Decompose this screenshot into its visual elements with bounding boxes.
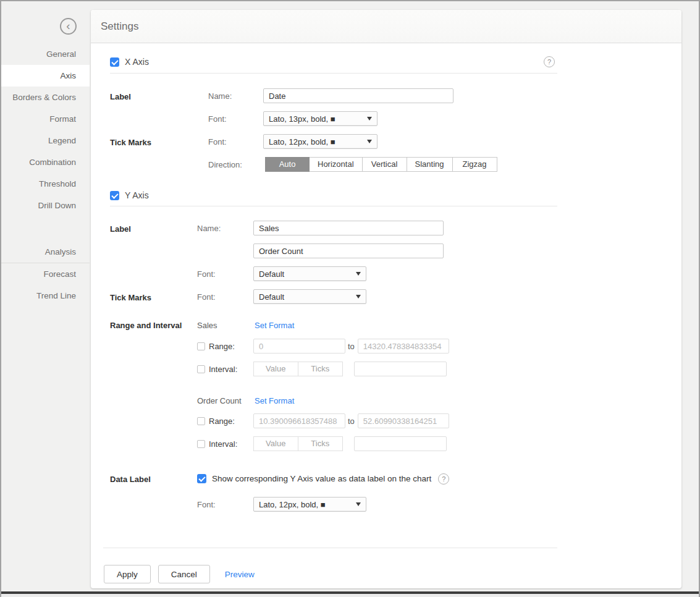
range-row-order-count: Range: to — [110, 413, 557, 428]
back-button[interactable]: ‹ — [60, 18, 77, 35]
sidebar-spacer — [1, 216, 90, 241]
chevron-left-icon: ‹ — [66, 20, 70, 32]
chevron-down-icon — [356, 295, 361, 298]
x-font-field-label: Font: — [208, 114, 263, 124]
range-to-input-order-count[interactable] — [358, 413, 449, 428]
y-axis-name-input-order-count[interactable] — [253, 243, 444, 258]
y-axis-divider — [110, 206, 557, 206]
chevron-down-icon — [356, 272, 361, 276]
settings-content: X Axis ? Label Name: Font: Lato, 13px, b… — [110, 56, 557, 583]
set-format-link-sales[interactable]: Set Format — [255, 321, 294, 330]
direction-option-auto[interactable]: Auto — [265, 157, 310, 172]
x-tick-font-row: Tick Marks Font: Lato, 12px, bold, ■ — [110, 134, 557, 149]
chevron-down-icon — [356, 502, 361, 506]
y-name-field-label: Name: — [197, 224, 253, 233]
preview-link[interactable]: Preview — [225, 570, 255, 579]
x-axis-checkbox[interactable] — [110, 57, 119, 67]
sidebar-item-axis[interactable]: Axis — [1, 65, 90, 87]
x-tick-font-dropdown[interactable]: Lato, 12px, bold, ■ — [263, 134, 377, 149]
interval-mode-value-order-count[interactable]: Value — [253, 436, 298, 451]
y-axis-section-head: Y Axis — [110, 190, 557, 200]
settings-panel: Settings X Axis ? Label Name: — [91, 10, 681, 588]
interval-checkbox-order-count[interactable] — [197, 440, 205, 448]
sidebar-item-borders-colors[interactable]: Borders & Colors — [1, 87, 90, 108]
panel-body: X Axis ? Label Name: Font: Lato, 13px, b… — [91, 43, 681, 588]
range-checkbox-sales[interactable] — [197, 342, 205, 350]
window-bottom-strip — [1, 594, 699, 597]
sidebar-item-format[interactable]: Format — [1, 108, 90, 130]
interval-mode-toggle-sales: Value Ticks — [253, 362, 343, 376]
range-label-order-count: Range: — [209, 417, 253, 426]
to-label-order-count: to — [348, 417, 355, 426]
x-tick-font-field-label: Font: — [208, 137, 263, 146]
interval-row-sales: Interval: Value Ticks — [110, 362, 557, 376]
range-header-row-sales: Range and Interval Sales Set Format — [110, 320, 557, 331]
sidebar-item-threshold[interactable]: Threshold — [1, 173, 90, 195]
data-label-font-dropdown[interactable]: Lato, 12px, bold, ■ — [253, 497, 366, 512]
sidebar-item-general[interactable]: General — [1, 43, 90, 65]
x-axis-font-dropdown[interactable]: Lato, 13px, bold, ■ — [263, 111, 377, 126]
data-label-font-field-label: Font: — [197, 500, 253, 509]
y-axis-font-value: Default — [259, 269, 284, 279]
y-tick-group-label: Tick Marks — [110, 293, 151, 302]
window-bottom-edge — [1, 591, 699, 594]
x-tick-font-value: Lato, 12px, bold, ■ — [269, 137, 335, 146]
sidebar-item-legend[interactable]: Legend — [1, 130, 90, 151]
y-tick-font-dropdown[interactable]: Default — [253, 289, 366, 304]
settings-window: ‹ General Axis Borders & Colors Format L… — [0, 0, 700, 597]
interval-mode-ticks-order-count[interactable]: Ticks — [298, 436, 344, 451]
interval-value-input-order-count[interactable] — [354, 436, 447, 451]
range-from-input-sales[interactable] — [253, 339, 345, 354]
x-axis-font-value: Lato, 13px, bold, ■ — [269, 114, 335, 124]
x-axis-help-icon[interactable]: ? — [544, 56, 555, 67]
data-label-font-value: Lato, 12px, bold, ■ — [259, 500, 326, 509]
interval-label-order-count: Interval: — [209, 439, 253, 449]
apply-button[interactable]: Apply — [104, 565, 151, 583]
y-axis-title: Y Axis — [125, 190, 149, 200]
direction-option-vertical[interactable]: Vertical — [363, 157, 407, 172]
range-row-sales: Range: to — [110, 339, 557, 354]
data-label-help-icon[interactable]: ? — [438, 473, 449, 485]
direction-option-slanting[interactable]: Slanting — [407, 157, 453, 172]
y-axis-font-dropdown[interactable]: Default — [253, 266, 366, 281]
y-name-row-1: Label Name: — [110, 221, 557, 235]
sidebar-item-combination[interactable]: Combination — [1, 151, 90, 173]
x-axis-name-input[interactable] — [263, 88, 453, 103]
page-title: Settings — [101, 20, 138, 33]
interval-mode-value-sales[interactable]: Value — [253, 362, 298, 376]
sidebar-item-trend-line[interactable]: Trend Line — [1, 285, 90, 307]
range-to-input-sales[interactable] — [358, 339, 449, 354]
x-direction-row: Direction: Auto Horizontal Vertical Slan… — [110, 157, 557, 172]
x-axis-divider — [110, 73, 557, 74]
interval-mode-toggle-order-count: Value Ticks — [253, 436, 343, 451]
interval-row-order-count: Interval: Value Ticks — [110, 436, 557, 451]
x-name-field-label: Name: — [208, 91, 263, 101]
y-tick-font-row: Tick Marks Font: Default — [110, 289, 557, 304]
interval-label-sales: Interval: — [209, 365, 253, 374]
range-checkbox-order-count[interactable] — [197, 417, 205, 425]
interval-value-input-sales[interactable] — [354, 362, 447, 376]
y-font-row: Font: Default — [110, 266, 557, 281]
data-label-checkbox[interactable] — [197, 474, 206, 483]
range-from-input-order-count[interactable] — [253, 413, 345, 428]
x-label-group-label: Label — [110, 92, 131, 101]
y-name-row-2 — [110, 243, 557, 258]
y-tick-font-value: Default — [259, 292, 284, 302]
cancel-button[interactable]: Cancel — [158, 565, 210, 583]
y-axis-name-input-sales[interactable] — [253, 221, 444, 235]
settings-sidebar: ‹ General Axis Borders & Colors Format L… — [1, 1, 90, 591]
panel-footer: Apply Cancel Preview — [110, 548, 557, 583]
sidebar-item-forecast[interactable]: Forecast — [1, 263, 90, 285]
interval-mode-ticks-sales[interactable]: Ticks — [298, 362, 344, 376]
x-axis-name-row: Label Name: — [110, 88, 557, 103]
direction-option-zigzag[interactable]: Zigzag — [453, 157, 497, 172]
direction-option-horizontal[interactable]: Horizontal — [310, 157, 363, 172]
direction-segmented-control: Auto Horizontal Vertical Slanting Zigzag — [265, 157, 497, 172]
series-name-sales: Sales — [197, 321, 255, 330]
sidebar-item-drill-down[interactable]: Drill Down — [1, 195, 90, 216]
sidebar-section-analysis[interactable]: Analysis — [1, 241, 90, 263]
interval-checkbox-sales[interactable] — [197, 365, 205, 373]
y-axis-checkbox[interactable] — [110, 191, 119, 200]
range-header-row-order-count: Order Count Set Format — [110, 396, 557, 405]
set-format-link-order-count[interactable]: Set Format — [255, 396, 294, 405]
